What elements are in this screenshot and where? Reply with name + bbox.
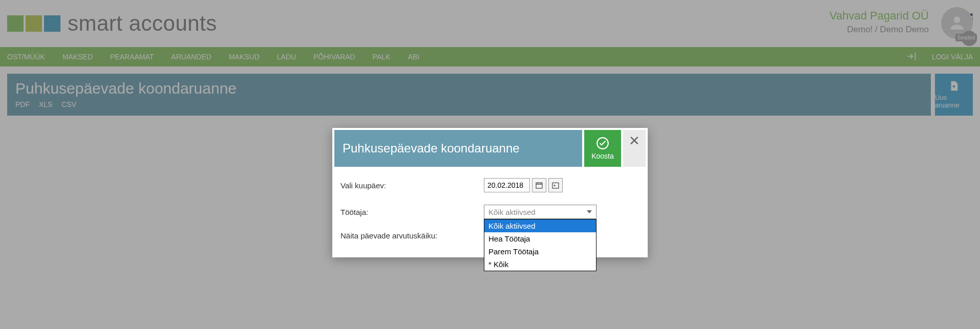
modal-title: Puhkusepäevade koondaruanne bbox=[334, 130, 582, 167]
row-date: Vali kuupäev: bbox=[340, 178, 640, 192]
svg-rect-5 bbox=[554, 185, 556, 186]
close-button[interactable]: ✕ bbox=[623, 130, 646, 167]
checkmark-circle-icon bbox=[596, 137, 609, 150]
chevron-down-icon bbox=[587, 210, 592, 213]
show-calc-label: Näita päevade arvutuskäiku: bbox=[340, 231, 484, 240]
employee-label: Töötaja: bbox=[340, 208, 484, 216]
employee-dropdown: Kõik aktiivsed Hea Töötaja Parem Töötaja… bbox=[484, 219, 596, 271]
today-button[interactable] bbox=[548, 178, 563, 192]
svg-rect-3 bbox=[536, 183, 542, 188]
date-label: Vali kuupäev: bbox=[340, 181, 484, 190]
report-modal: Puhkusepäevade koondaruanne Koosta ✕ Val… bbox=[332, 128, 648, 257]
employee-select[interactable]: Kõik aktiivsed Kõik aktiivsed Hea Töötaj… bbox=[484, 205, 596, 219]
svg-rect-4 bbox=[552, 183, 559, 188]
build-button[interactable]: Koosta bbox=[584, 130, 621, 167]
employee-option-all[interactable]: * Kõik bbox=[484, 258, 596, 271]
calendar-picker-button[interactable] bbox=[532, 178, 546, 192]
employee-option-hea[interactable]: Hea Töötaja bbox=[484, 232, 596, 245]
date-input[interactable] bbox=[484, 178, 530, 192]
calendar-today-icon bbox=[551, 181, 560, 189]
modal-body: Vali kuupäev: Töötaja: Kõik aktiivsed bbox=[332, 169, 648, 257]
modal-header: Puhkusepäevade koondaruanne Koosta ✕ bbox=[332, 128, 648, 169]
modal-overlay[interactable]: Puhkusepäevade koondaruanne Koosta ✕ Val… bbox=[0, 0, 980, 329]
employee-option-parem[interactable]: Parem Töötaja bbox=[484, 245, 596, 258]
employee-select-display[interactable]: Kõik aktiivsed bbox=[484, 205, 596, 219]
build-label: Koosta bbox=[591, 152, 614, 160]
calendar-icon bbox=[535, 181, 543, 189]
close-icon: ✕ bbox=[629, 133, 640, 149]
employee-select-value: Kõik aktiivsed bbox=[488, 208, 536, 216]
row-employee: Töötaja: Kõik aktiivsed Kõik aktiivsed H… bbox=[340, 205, 640, 219]
employee-option-all-active[interactable]: Kõik aktiivsed bbox=[484, 220, 596, 232]
